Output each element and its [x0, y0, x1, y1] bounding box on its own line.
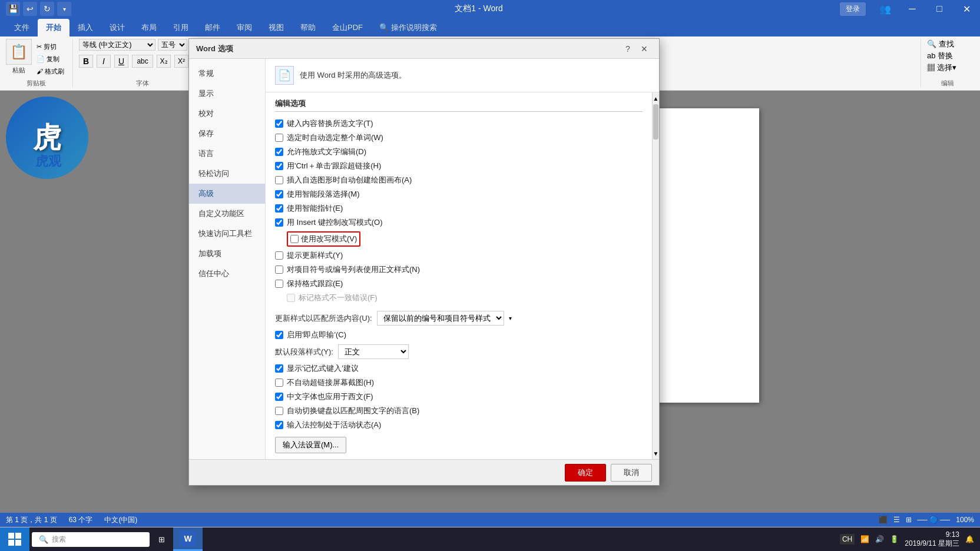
label-opt7[interactable]: 使用智能指针(E) — [287, 203, 343, 214]
tab-jinshan[interactable]: 金山PDF — [324, 19, 371, 36]
font-size-select[interactable]: 五号 — [158, 39, 187, 51]
label-opt14[interactable]: 启用'即点即输'(C) — [287, 330, 346, 340]
confirm-button[interactable]: 确定 — [565, 464, 606, 482]
label-opt6[interactable]: 使用智能段落选择(M) — [287, 189, 360, 200]
view-web-icon[interactable]: ⊞ — [906, 516, 912, 524]
label-opt8[interactable]: 用 Insert 键控制改写模式(O) — [287, 217, 383, 228]
dialog-scrollbar[interactable]: ▲ ▼ — [652, 92, 659, 459]
checkbox-opt19[interactable] — [275, 421, 283, 429]
nav-proofing[interactable]: 校对 — [189, 104, 265, 124]
taskbar-notification-icon[interactable]: 🔔 — [965, 535, 974, 543]
nav-customize[interactable]: 自定义功能区 — [189, 204, 265, 224]
redo-button[interactable]: ↻ — [40, 2, 54, 16]
dialog-close-button[interactable]: ✕ — [637, 41, 652, 57]
checkbox-opt3[interactable] — [275, 148, 283, 156]
nav-display[interactable]: 显示 — [189, 84, 265, 104]
checkbox-opt6[interactable] — [275, 190, 283, 198]
undo-button[interactable]: ↩ — [23, 2, 37, 16]
tab-references[interactable]: 引用 — [165, 19, 197, 36]
checkbox-opt7[interactable] — [275, 204, 283, 213]
share-button[interactable]: 👥 — [872, 0, 899, 18]
italic-button[interactable]: I — [97, 55, 111, 68]
scrollbar-thumb[interactable] — [653, 104, 658, 140]
start-button[interactable] — [0, 527, 29, 551]
nav-quickaccess[interactable]: 快速访问工具栏 — [189, 224, 265, 244]
label-opt3[interactable]: 允许拖放式文字编辑(D) — [287, 147, 366, 157]
ime-settings-button[interactable]: 输入法设置(M)... — [275, 437, 346, 453]
tab-view[interactable]: 视图 — [260, 19, 292, 36]
minimize-button[interactable]: ─ — [899, 0, 926, 18]
label-opt18[interactable]: 自动切换键盘以匹配周围文字的语言(B) — [287, 406, 419, 416]
label-opt5[interactable]: 插入自选图形时自动创建绘图画布(A) — [287, 175, 412, 185]
close-button[interactable]: ✕ — [953, 0, 980, 18]
restore-button[interactable]: □ — [926, 0, 953, 18]
checkbox-opt4[interactable] — [275, 162, 283, 170]
default-para-select[interactable]: 正文 — [338, 344, 409, 359]
cut-button[interactable]: ✂ 剪切 — [34, 41, 67, 52]
checkbox-opt9[interactable] — [290, 235, 299, 243]
view-reading-icon[interactable]: ☰ — [893, 516, 900, 524]
more-button[interactable]: ▾ — [57, 2, 71, 16]
label-opt1[interactable]: 键入内容替换所选文字(T) — [287, 118, 373, 129]
checkbox-opt8[interactable] — [275, 218, 283, 227]
cancel-button[interactable]: 取消 — [611, 464, 652, 482]
label-opt9[interactable]: 使用改写模式(V) — [301, 234, 357, 244]
tab-help[interactable]: 帮助 — [292, 19, 324, 36]
find-button[interactable]: 🔍 查找 — [927, 39, 954, 49]
label-opt13[interactable]: 标记格式不一致错误(F) — [299, 293, 378, 303]
subscript-button[interactable]: X₂ — [157, 55, 171, 68]
checkbox-opt17[interactable] — [275, 393, 283, 401]
nav-addins[interactable]: 加载项 — [189, 244, 265, 264]
checkbox-opt15[interactable] — [275, 364, 283, 373]
tab-search-ops[interactable]: 🔍 操作说明搜索 — [371, 19, 445, 36]
select-button[interactable]: ▦ 选择▾ — [927, 62, 956, 73]
checkbox-opt5[interactable] — [275, 176, 283, 184]
superscript-button[interactable]: X² — [174, 55, 188, 68]
nav-general[interactable]: 常规 — [189, 64, 265, 84]
label-opt12[interactable]: 保持格式跟踪(E) — [287, 278, 343, 289]
nav-save[interactable]: 保存 — [189, 124, 265, 144]
checkbox-opt13[interactable] — [287, 294, 295, 302]
tab-mail[interactable]: 邮件 — [197, 19, 229, 36]
replace-button[interactable]: ab 替换 — [927, 51, 953, 61]
save-button[interactable]: 💾 — [6, 2, 20, 16]
zoom-slider[interactable]: ── 🔵 ── — [918, 516, 951, 524]
label-opt17[interactable]: 中文字体也应用于西文(F) — [287, 391, 373, 402]
strikethrough-button[interactable]: abc — [132, 55, 153, 68]
taskbar-word-app[interactable]: W — [173, 527, 203, 551]
checkbox-opt14[interactable] — [275, 331, 283, 339]
scrollbar-up-button[interactable]: ▲ — [653, 92, 659, 104]
tab-insert[interactable]: 插入 — [69, 19, 101, 36]
nav-advanced[interactable]: 高级 — [189, 184, 265, 204]
nav-language[interactable]: 语言 — [189, 144, 265, 164]
tab-file[interactable]: 文件 — [6, 19, 38, 36]
taskbar-search[interactable]: 🔍 搜索 — [32, 532, 150, 547]
view-normal-icon[interactable]: ⬛ — [879, 516, 888, 524]
tab-review[interactable]: 审阅 — [229, 19, 260, 36]
task-view-button[interactable]: ⊞ — [150, 527, 173, 551]
taskbar-ime[interactable]: CH — [840, 534, 855, 545]
bold-button[interactable]: B — [79, 55, 93, 68]
tab-layout[interactable]: 布局 — [133, 19, 165, 36]
nav-accessibility[interactable]: 轻松访问 — [189, 164, 265, 184]
label-opt15[interactable]: 显示'记忆式键入'建议 — [287, 363, 359, 374]
checkbox-opt1[interactable] — [275, 120, 283, 128]
format-painter-button[interactable]: 🖌 格式刷 — [34, 66, 67, 77]
label-opt19[interactable]: 输入法控制处于活动状态(A) — [287, 420, 381, 430]
tab-home[interactable]: 开始 — [38, 19, 69, 36]
label-opt2[interactable]: 选定时自动选定整个单词(W) — [287, 132, 383, 143]
checkbox-opt16[interactable] — [275, 379, 283, 387]
font-family-select[interactable]: 等线 (中文正文) — [79, 39, 155, 51]
underline-button[interactable]: U — [114, 55, 128, 68]
login-button[interactable]: 登录 — [840, 2, 866, 16]
checkbox-opt2[interactable] — [275, 134, 283, 142]
tab-design[interactable]: 设计 — [101, 19, 133, 36]
dialog-help-button[interactable]: ? — [620, 41, 635, 57]
label-opt11[interactable]: 对项目符号或编号列表使用正文样式(N) — [287, 264, 420, 275]
nav-trust[interactable]: 信任中心 — [189, 264, 265, 284]
scrollbar-down-button[interactable]: ▼ — [653, 447, 659, 459]
dialog-content-scroll[interactable]: 编辑选项 键入内容替换所选文字(T) 选定时自动选定整个单词(W) — [266, 92, 652, 459]
checkbox-opt12[interactable] — [275, 280, 283, 288]
label-opt16[interactable]: 不自动超链接屏幕截图(H) — [287, 377, 374, 388]
checkbox-opt18[interactable] — [275, 407, 283, 415]
